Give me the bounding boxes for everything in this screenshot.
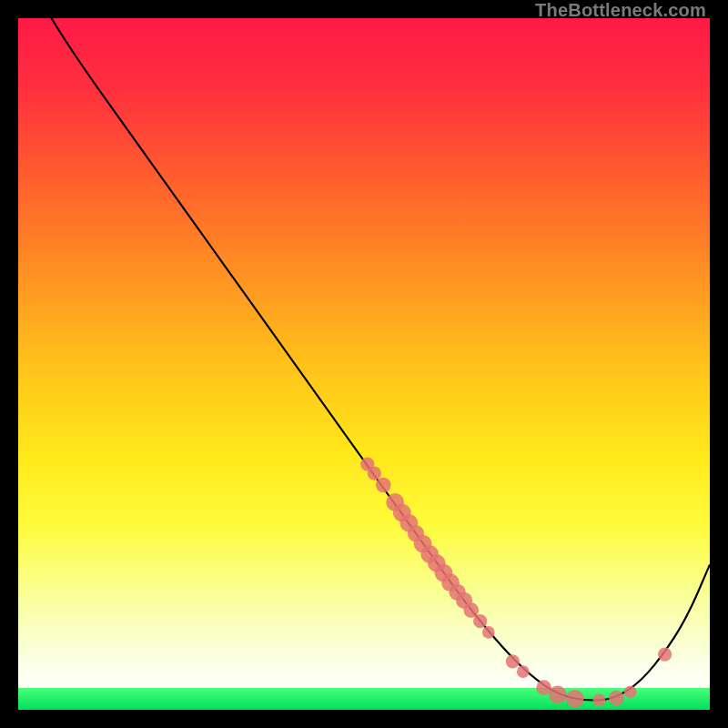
data-point (376, 478, 391, 493)
scatter-group (360, 458, 672, 708)
data-point (517, 665, 530, 678)
data-point (624, 685, 637, 698)
data-point (506, 654, 520, 668)
data-point (368, 466, 381, 480)
data-point (482, 626, 495, 639)
chart-svg (18, 18, 710, 710)
data-point (593, 694, 606, 707)
data-point (566, 690, 584, 708)
stage: TheBottleneck.com (0, 0, 728, 728)
plot-area (18, 18, 710, 710)
data-point (658, 648, 672, 662)
data-point (473, 614, 487, 628)
data-point (609, 691, 624, 706)
main-curve (18, 18, 710, 700)
data-point (549, 685, 567, 703)
